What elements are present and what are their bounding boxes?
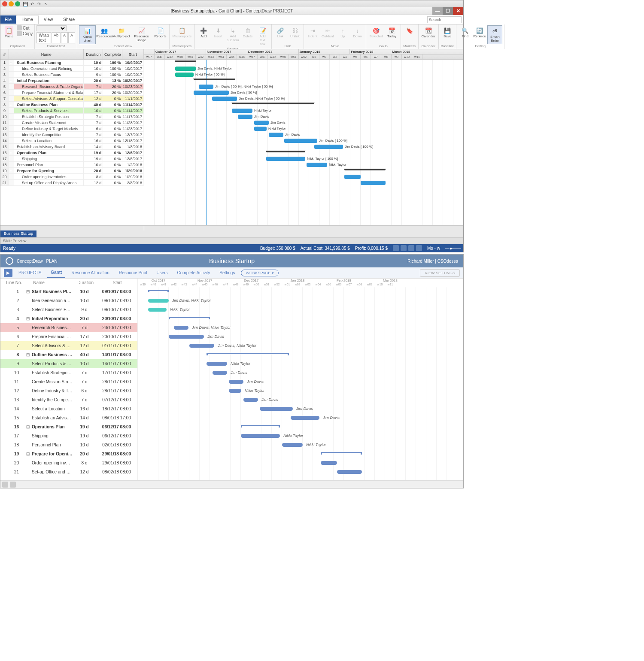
view-icon-3[interactable] xyxy=(408,245,414,251)
gantt-bar[interactable] xyxy=(344,175,361,179)
table-row[interactable]: 12Define Industry & Target Markets6 d0 %… xyxy=(0,126,144,132)
gantt-bar[interactable] xyxy=(269,133,283,137)
gantt-chart-button[interactable]: 📊Gantt chart xyxy=(79,25,96,44)
table-row[interactable]: 19-Prepare for Opening20 d0 %1/29/2018 xyxy=(0,168,144,174)
col-start[interactable]: Start xyxy=(122,49,144,59)
table-row[interactable]: 4-Initial Preparation20 d13 %10/20/2017 xyxy=(0,78,144,84)
plan-col-line[interactable]: Line No. xyxy=(0,280,24,285)
table-row[interactable]: 19⊟Prepare for Opening20 d29/01/18 08:00 xyxy=(0,449,137,458)
table-row[interactable]: 7Select Advisors & Sup...12 d01/11/17 08… xyxy=(0,341,137,350)
table-row[interactable]: 3Select Business Focus9 d100 %10/9/2017 xyxy=(0,72,144,78)
gantt-bar[interactable] xyxy=(148,290,169,291)
table-row[interactable]: 11Create Mission State...7 d28/11/17 08:… xyxy=(0,377,137,386)
redo-icon[interactable]: ↷ xyxy=(36,1,42,7)
table-row[interactable]: 14Select a Location16 d0 %12/18/2017 xyxy=(0,138,144,144)
multiproject-button[interactable]: 📁Multiproject xyxy=(113,25,129,39)
table-row[interactable]: 20Order opening inventories8 d0 %1/29/20… xyxy=(0,174,144,180)
gantt-bar[interactable] xyxy=(212,97,237,101)
dec-font[interactable]: A xyxy=(68,32,75,43)
gantt-bar[interactable] xyxy=(321,461,337,465)
smart-enter-button[interactable]: ⏎Smart Enter xyxy=(487,25,502,44)
plan-col-name[interactable]: Name xyxy=(31,280,74,285)
gantt-bar[interactable] xyxy=(321,452,362,453)
table-row[interactable]: 5Research Business & Trade Organizations… xyxy=(0,84,144,90)
table-row[interactable]: 13Identify the Competition7 d0 %12/7/201… xyxy=(0,132,144,138)
gantt-bar[interactable] xyxy=(266,151,305,152)
gantt-bar[interactable] xyxy=(243,398,258,402)
table-row[interactable]: 10Establish Strategic Position7 d0 %11/1… xyxy=(0,114,144,120)
font-select[interactable] xyxy=(36,25,67,31)
gantt-bar[interactable] xyxy=(169,335,204,339)
find-button[interactable]: 🔍Find xyxy=(458,25,472,39)
copy-button[interactable]: Copy xyxy=(17,31,33,36)
col-num[interactable]: # xyxy=(0,49,9,59)
gantt-bar[interactable] xyxy=(229,380,243,384)
pointer-icon[interactable]: ↖ xyxy=(43,1,49,7)
nav-resource-allocation[interactable]: Resource Allocation xyxy=(68,268,112,278)
up-button[interactable]: ↑Up xyxy=(336,25,349,39)
gantt-bar[interactable] xyxy=(282,443,303,447)
cut-button[interactable]: Cut xyxy=(17,25,33,30)
sheet-tab[interactable]: Business Startup xyxy=(0,230,36,237)
table-row[interactable]: 1-Start Business Planning10 d100 %10/9/2… xyxy=(0,60,144,66)
gantt-bar[interactable] xyxy=(232,109,252,113)
view-icon-4[interactable] xyxy=(416,245,422,251)
inc-font[interactable]: A xyxy=(61,32,68,43)
table-row[interactable]: 6Prepare Financial Stat...17 d20/10/17 0… xyxy=(0,332,137,341)
selected-button[interactable]: 🎯Selected xyxy=(368,25,384,39)
gantt-chart[interactable]: October 2017November 2017December 2017Ja… xyxy=(144,49,463,225)
table-row[interactable]: 18Personnel Plan10 d0 %1/2/2018 xyxy=(0,162,144,168)
gantt-bar[interactable] xyxy=(175,67,196,71)
nav-users[interactable]: Users xyxy=(153,268,171,278)
view-tab[interactable]: View xyxy=(39,15,58,24)
file-tab[interactable]: File xyxy=(0,15,16,24)
gantt-bar[interactable] xyxy=(189,344,214,348)
wrap-text-button[interactable]: Wrap text xyxy=(36,32,51,43)
table-row[interactable]: 6Prepare Financial Statement & Balance S… xyxy=(0,90,144,96)
link-button[interactable]: 🔗Link xyxy=(273,25,287,39)
delete-button[interactable]: 🗑Delete xyxy=(241,25,255,39)
gantt-bar[interactable] xyxy=(254,121,269,125)
resources-button[interactable]: 👥Resources xyxy=(97,25,112,39)
workspace-dropdown[interactable]: WORKSPACE ▾ xyxy=(241,270,278,276)
microreports-button[interactable]: 📋Microreports xyxy=(171,25,193,39)
replace-button[interactable]: 🔄Replace xyxy=(473,25,486,39)
add-text-box-button[interactable]: 📝Add text box xyxy=(255,25,270,47)
mac-close-icon[interactable] xyxy=(2,1,7,6)
plan-col-duration[interactable]: Duration xyxy=(74,280,97,285)
gantt-bar[interactable] xyxy=(284,139,317,143)
gantt-bar[interactable] xyxy=(207,353,289,354)
gantt-bar[interactable] xyxy=(266,157,305,161)
gantt-bar[interactable] xyxy=(169,317,210,318)
gantt-bar[interactable] xyxy=(238,115,252,119)
gantt-bar[interactable] xyxy=(314,145,343,149)
share-tab[interactable]: Share xyxy=(58,15,80,24)
table-row[interactable]: 21Set-up Office and Display Areas12 d0 %… xyxy=(0,180,144,186)
table-row[interactable]: 7Select Advisors & Support Consultants12… xyxy=(0,96,144,102)
gantt-bar[interactable] xyxy=(194,91,229,95)
table-row[interactable]: 13Identify the Competiti...7 d07/12/17 0… xyxy=(0,395,137,404)
resource-usage-button[interactable]: 📈Resource usage xyxy=(131,25,153,43)
slide-preview-bar[interactable]: Slide Preview xyxy=(0,237,463,244)
calendar-button[interactable]: 📆Calendar xyxy=(420,25,437,39)
gantt-bar[interactable] xyxy=(361,181,386,185)
maximize-button[interactable]: ☐ xyxy=(443,7,453,15)
gantt-bar[interactable] xyxy=(194,79,235,80)
gantt-bar[interactable] xyxy=(344,169,386,170)
table-row[interactable]: 21Set-up Office and Dis...12 d08/02/18 0… xyxy=(0,467,137,476)
markers-button[interactable]: 🔖 xyxy=(403,25,416,36)
table-row[interactable]: 16⊟Operations Plan19 d06/12/17 08:00 xyxy=(0,422,137,431)
gantt-bar[interactable] xyxy=(175,73,194,77)
close-button[interactable]: ✕ xyxy=(453,7,463,15)
prev-icon[interactable] xyxy=(2,482,8,488)
table-row[interactable]: 8-Outline Business Plan40 d0 %11/14/2017 xyxy=(0,102,144,108)
nav-gantt[interactable]: Gantt xyxy=(47,267,65,278)
undo-icon[interactable]: ↶ xyxy=(29,1,35,7)
outdent-button[interactable]: ⇤Outdent xyxy=(320,25,335,39)
gantt-bar[interactable] xyxy=(148,308,167,312)
gantt-bar[interactable] xyxy=(148,299,169,303)
menu-icon[interactable]: ▶ xyxy=(4,269,12,277)
gantt-bar[interactable] xyxy=(307,163,327,167)
view-settings-button[interactable]: VIEW SETTINGS xyxy=(420,269,460,277)
table-row[interactable]: 1⊟Start Business Planning10 d09/10/17 08… xyxy=(0,287,137,296)
